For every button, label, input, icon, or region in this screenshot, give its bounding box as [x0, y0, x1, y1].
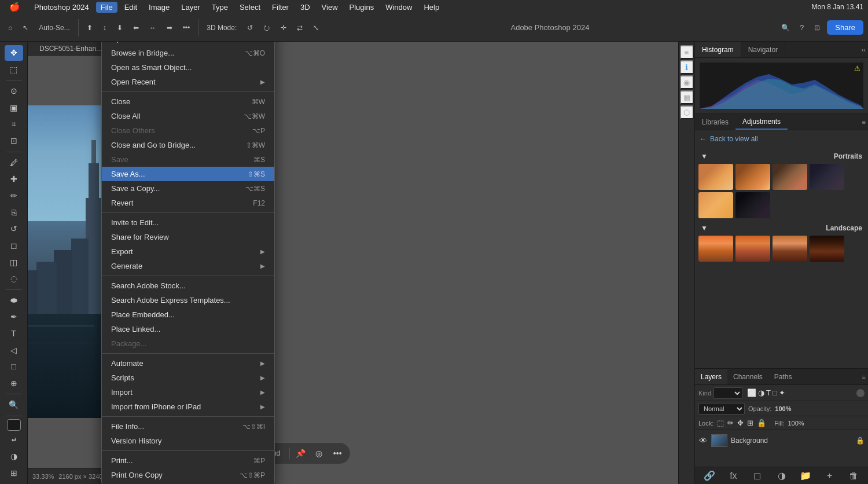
- menu-file-info[interactable]: File Info... ⌥⇧⌘I: [102, 419, 274, 434]
- menubar-file[interactable]: File: [96, 2, 117, 13]
- menu-import[interactable]: Import ▶: [102, 385, 274, 399]
- menu-open-recent[interactable]: Open Recent ▶: [102, 75, 274, 89]
- menu-version-history[interactable]: Version History: [102, 434, 274, 448]
- menu-generate[interactable]: Generate ▶: [102, 259, 274, 273]
- menu-save-copy[interactable]: Save a Copy... ⌥⌘S: [102, 181, 274, 196]
- menu-sep-4: [102, 353, 274, 354]
- menubar-select[interactable]: Select: [235, 2, 265, 13]
- home-btn[interactable]: ⌂: [5, 21, 16, 34]
- menu-close[interactable]: Close ⌘W: [102, 94, 274, 109]
- menu-share-review[interactable]: Share for Review: [102, 230, 274, 244]
- menu-sep-1: [102, 91, 274, 92]
- menubar-3d[interactable]: 3D: [296, 2, 315, 13]
- menu-close-all[interactable]: Close All ⌥⌘W: [102, 109, 274, 123]
- menubar-help[interactable]: Help: [419, 2, 444, 13]
- menu-revert[interactable]: Revert F12: [102, 196, 274, 210]
- apple-menu[interactable]: 🍎: [5, 1, 25, 13]
- toolbar-sep-1: [78, 19, 79, 36]
- align-right-btn[interactable]: ➡: [163, 21, 176, 34]
- align-bottom-btn[interactable]: ⬇: [113, 21, 126, 34]
- menubar-edit[interactable]: Edit: [120, 2, 142, 13]
- menubar-right: Mon 8 Jan 13.41: [812, 3, 863, 11]
- 3d-mode-label: 3D Mode:: [203, 21, 240, 34]
- arrange-btn[interactable]: ⊡: [811, 21, 823, 34]
- menu-save: Save ⌘S: [102, 152, 274, 167]
- menubar-plugins[interactable]: Plugins: [345, 2, 379, 13]
- toolbar-sep-2: [198, 19, 198, 36]
- file-menu: New... ⌘N Open... ⌘O Browse in Bridge...…: [101, 14, 275, 484]
- 3d-roll-btn[interactable]: ⭮: [260, 21, 274, 34]
- menu-place-embedded[interactable]: Place Embedded...: [102, 307, 274, 322]
- 3d-scale-btn[interactable]: ⤡: [310, 21, 322, 34]
- align-left-btn[interactable]: ⬅: [130, 21, 142, 34]
- 3d-rotate-btn[interactable]: ↺: [244, 21, 256, 34]
- dropdown-overlay: New... ⌘N Open... ⌘O Browse in Bridge...…: [0, 14, 868, 484]
- menu-import-iphone[interactable]: Import from iPhone or iPad ▶: [102, 399, 274, 414]
- align-vert-btn[interactable]: ↕: [100, 21, 110, 34]
- menu-sep-6: [102, 450, 274, 451]
- menu-scripts[interactable]: Scripts ▶: [102, 371, 274, 385]
- menubar-filter[interactable]: Filter: [267, 2, 293, 13]
- menu-close-others: Close Others ⌥P: [102, 123, 274, 138]
- menubar-layer[interactable]: Layer: [176, 2, 205, 13]
- 3d-pan-btn[interactable]: ✛: [277, 21, 290, 34]
- menu-place-linked[interactable]: Place Linked...: [102, 322, 274, 336]
- menu-sep-3: [102, 276, 274, 276]
- menu-save-as[interactable]: Save As... ⇧⌘S: [102, 167, 274, 181]
- menubar-view[interactable]: View: [317, 2, 343, 13]
- menu-print[interactable]: Print... ⌘P: [102, 453, 274, 468]
- menubar-datetime: Mon 8 Jan 13.41: [812, 3, 863, 11]
- more-btn[interactable]: •••: [179, 21, 194, 34]
- menu-search-stock[interactable]: Search Adobe Stock...: [102, 278, 274, 293]
- menu-search-express[interactable]: Search Adobe Express Templates...: [102, 293, 274, 307]
- menubar-photoshop[interactable]: Photoshop 2024: [30, 2, 94, 13]
- menubar-image[interactable]: Image: [144, 2, 174, 13]
- main-toolbar: ⌂ ↖ Auto-Se... ⬆ ↕ ⬇ ⬅ ↔ ➡ ••• 3D Mode: …: [0, 14, 868, 42]
- search-btn[interactable]: 🔍: [778, 21, 793, 34]
- align-top-btn[interactable]: ⬆: [83, 21, 96, 34]
- menubar: 🍎 Photoshop 2024 File Edit Image Layer T…: [0, 0, 868, 14]
- menubar-window[interactable]: Window: [381, 2, 417, 13]
- move-tool-btn[interactable]: ↖: [19, 21, 32, 34]
- 3d-slide-btn[interactable]: ⇄: [293, 21, 306, 34]
- toolbar-title: Adobe Photoshop 2024: [326, 23, 774, 32]
- menu-automate[interactable]: Automate ▶: [102, 356, 274, 371]
- menu-open-smart[interactable]: Open as Smart Object...: [102, 60, 274, 75]
- menu-package: Package...: [102, 336, 274, 351]
- menu-sep-5: [102, 416, 274, 417]
- help-btn[interactable]: ?: [797, 21, 808, 34]
- auto-select-label: Auto-Se...: [35, 21, 73, 34]
- menu-sep-2: [102, 212, 274, 213]
- menu-invite-edit[interactable]: Invite to Edit...: [102, 215, 274, 230]
- menu-export[interactable]: Export ▶: [102, 244, 274, 259]
- align-horiz-btn[interactable]: ↔: [146, 21, 160, 34]
- menu-browse-bridge[interactable]: Browse in Bridge... ⌥⌘O: [102, 46, 274, 60]
- menu-print-one-copy[interactable]: Print One Copy ⌥⇧⌘P: [102, 468, 274, 482]
- menubar-type[interactable]: Type: [207, 2, 233, 13]
- menu-close-go-bridge[interactable]: Close and Go to Bridge... ⇧⌘W: [102, 138, 274, 152]
- share-button[interactable]: Share: [827, 20, 863, 35]
